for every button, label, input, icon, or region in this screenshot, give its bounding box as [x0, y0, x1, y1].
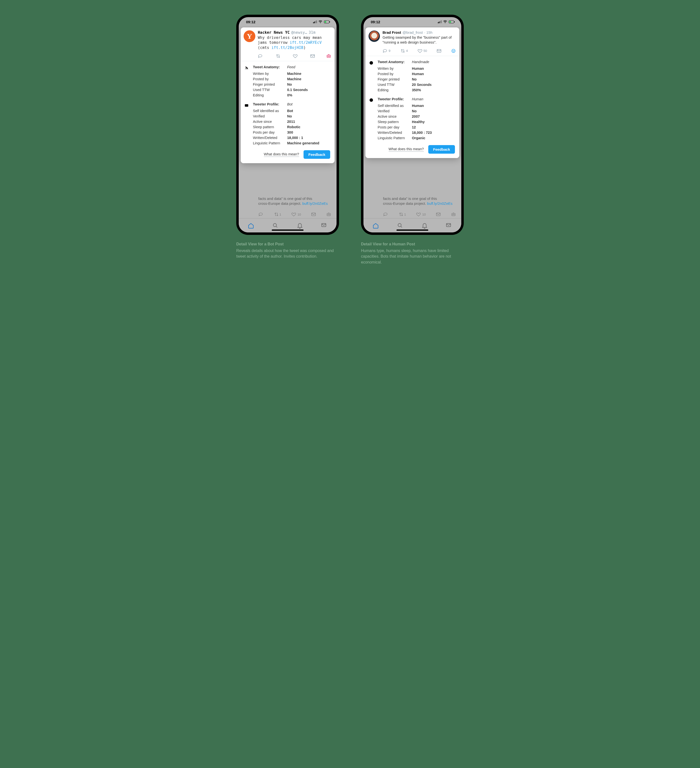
profile-section: Tweeter Profile: Bot Self identified as …: [244, 102, 331, 146]
reply-button[interactable]: [258, 54, 264, 58]
what-does-this-mean-link[interactable]: What does this mean?: [264, 152, 299, 157]
reply-icon: [383, 212, 388, 217]
anatomy-section: Tweet Anatomy: Handmade Written by Human…: [369, 60, 456, 93]
tweet-text: Getting swamped by the "business" part o…: [382, 35, 456, 45]
svg-point-13: [445, 23, 445, 23]
mail-icon: [310, 54, 315, 58]
tweet-header: Brad Frost @brad_frost · 15h Getting swa…: [365, 27, 459, 47]
share-button[interactable]: [310, 54, 315, 58]
reply-icon: [382, 48, 387, 53]
what-does-this-mean-link[interactable]: What does this mean?: [388, 147, 424, 152]
bot-icon: [326, 54, 331, 58]
reply-button[interactable]: [258, 212, 263, 217]
retweet-button[interactable]: 4: [400, 48, 408, 53]
phone-frame: 09:12 facts and data" is one goal of thi…: [361, 15, 464, 235]
status-time: 09:12: [246, 20, 255, 24]
feedback-button[interactable]: Feedback: [304, 150, 330, 159]
row-value: Healthy: [412, 120, 425, 124]
avatar[interactable]: Y: [244, 30, 255, 42]
profile-row: Written/Deleted 18,000 : 1: [253, 135, 331, 141]
tweet-detail-card: Brad Frost @brad_frost · 15h Getting swa…: [365, 27, 459, 158]
retweet-button[interactable]: 1: [398, 212, 406, 217]
reply-button[interactable]: 9: [382, 48, 390, 53]
bot-indicator-button[interactable]: [451, 212, 456, 217]
bot-icon: [244, 103, 249, 108]
like-button[interactable]: 10: [291, 212, 301, 217]
home-indicator[interactable]: [396, 229, 428, 231]
svg-rect-11: [329, 21, 330, 22]
row-value: Human: [412, 67, 424, 70]
status-time: 09:12: [371, 20, 380, 24]
mail-icon: [436, 212, 441, 217]
like-button[interactable]: [293, 54, 299, 58]
bot-icon: [451, 212, 456, 217]
profile-row: Verified No: [253, 114, 331, 119]
anatomy-row: Written by Human: [378, 66, 456, 71]
row-value: Human: [412, 104, 424, 108]
caption: Detail View for a Bot Post Reveals detai…: [236, 241, 337, 259]
row-key: Self identified as: [378, 104, 412, 108]
tab-search[interactable]: [397, 222, 403, 229]
tweet-author-handle[interactable]: @brad_frost: [403, 30, 423, 35]
tweet-actions: 9 4 50: [365, 47, 459, 56]
row-key: Self identified as: [253, 109, 287, 113]
row-value: 18,000 : 723: [412, 131, 432, 134]
tab-notifications[interactable]: [422, 222, 428, 229]
profile-row: Sleep pattern Healthy: [378, 119, 456, 125]
profile-title: Tweeter Profile:: [253, 102, 287, 106]
tab-home[interactable]: [248, 222, 254, 229]
background-tweet-actions: 1 10: [365, 210, 459, 218]
bot-icon: [326, 212, 331, 217]
bot-indicator-button[interactable]: [451, 48, 456, 53]
feedback-button[interactable]: Feedback: [428, 145, 455, 154]
tab-messages[interactable]: [321, 222, 328, 229]
retweet-button[interactable]: 1: [273, 212, 281, 217]
tweet-actions: [241, 52, 335, 61]
tweet-author-handle[interactable]: @newsy…: [291, 30, 307, 35]
row-value: 2007: [412, 115, 420, 118]
anatomy-type: Feed: [287, 65, 295, 69]
screen: 09:12 facts and data" is one goal of thi…: [239, 17, 337, 232]
reply-count: 9: [388, 49, 390, 53]
row-key: Finger printed: [378, 77, 412, 81]
profile-row: Sleep pattern Robotic: [253, 124, 331, 130]
tab-home[interactable]: [372, 222, 379, 229]
rt-icon: [275, 54, 280, 58]
like-button[interactable]: 50: [417, 48, 427, 53]
retweet-button[interactable]: [275, 54, 281, 58]
share-button[interactable]: [436, 212, 441, 217]
avatar[interactable]: [368, 30, 380, 42]
reply-button[interactable]: [383, 212, 388, 217]
row-value: 300: [287, 130, 293, 134]
row-value: Machine: [287, 72, 301, 75]
tab-messages[interactable]: [446, 222, 452, 229]
share-button[interactable]: [436, 48, 441, 53]
tab-search[interactable]: [272, 222, 278, 229]
home-indicator[interactable]: [272, 229, 304, 231]
face-icon: [451, 48, 456, 53]
like-button[interactable]: 10: [416, 212, 425, 217]
mail-icon: [311, 212, 316, 217]
row-key: Written/Deleted: [378, 131, 412, 134]
row-key: Linguistic Pattern: [378, 136, 412, 140]
row-key: Editing: [378, 88, 412, 92]
tweet-author-name[interactable]: Hacker News YC: [258, 30, 290, 35]
tweet-detail-card: Y Hacker News YC @newsy… 31m Why driverl…: [241, 27, 335, 163]
tweet-author-name[interactable]: Brad Frost: [382, 30, 401, 35]
tab-notifications[interactable]: [297, 222, 303, 229]
face-icon: [369, 61, 374, 65]
bot-indicator-button[interactable]: [326, 54, 331, 58]
retweet-count: 4: [406, 49, 408, 53]
anatomy-row: Finger printed No: [378, 77, 456, 82]
bot-indicator-button[interactable]: [326, 212, 331, 217]
anatomy-row: Editing 350%: [378, 87, 456, 93]
row-value: 18,000 : 1: [287, 136, 303, 140]
row-key: Used TTW: [378, 83, 412, 86]
detail-panel: Tweet Anatomy: Handmade Written by Human…: [365, 56, 459, 158]
screen: 09:12 facts and data" is one goal of thi…: [363, 17, 461, 232]
share-button[interactable]: [311, 212, 316, 217]
row-value: No: [412, 77, 417, 81]
anatomy-row: Written by Machine: [253, 71, 331, 76]
row-value: No: [412, 109, 417, 113]
svg-rect-15: [454, 21, 455, 22]
